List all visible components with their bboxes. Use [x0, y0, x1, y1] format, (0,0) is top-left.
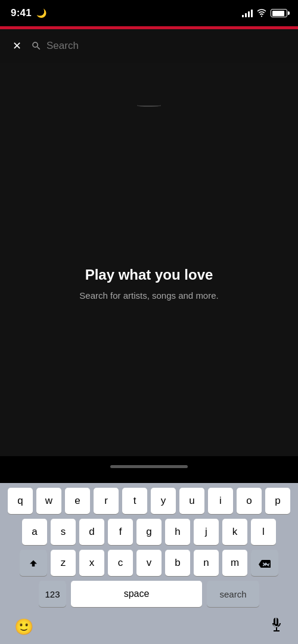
space-label: space	[124, 589, 150, 599]
key-h[interactable]: h	[165, 519, 190, 545]
status-icons	[242, 9, 287, 17]
play-title: Play what you love	[85, 267, 213, 283]
home-bar	[110, 465, 188, 468]
key-a[interactable]: a	[22, 519, 47, 545]
keyboard-row-1: q w e r t y u i o p	[2, 488, 296, 514]
search-key[interactable]: search	[207, 581, 259, 607]
key-k[interactable]: k	[222, 519, 247, 545]
key-z[interactable]: z	[51, 550, 76, 576]
key-j[interactable]: j	[194, 519, 219, 545]
backspace-key[interactable]	[251, 550, 278, 576]
signal-bars-icon	[242, 9, 253, 17]
key-c[interactable]: c	[108, 550, 133, 576]
key-b[interactable]: b	[165, 550, 190, 576]
search-input-wrapper[interactable]	[31, 40, 288, 52]
key-r[interactable]: r	[94, 488, 119, 514]
key-y[interactable]: y	[151, 488, 176, 514]
main-content: Play what you love Search for artists, s…	[0, 110, 298, 456]
moon-icon: 🌙	[36, 8, 46, 18]
search-icon	[31, 41, 42, 51]
keyboard-row-2: a s d f g h j k l	[2, 519, 296, 545]
key-g[interactable]: g	[136, 519, 162, 545]
key-q[interactable]: q	[8, 488, 33, 514]
key-f[interactable]: f	[108, 519, 133, 545]
key-e[interactable]: e	[65, 488, 90, 514]
num-key[interactable]: 123	[39, 581, 66, 607]
space-key[interactable]: space	[71, 581, 202, 607]
key-w[interactable]: w	[36, 488, 61, 514]
keyboard-row-bottom: 123 space search	[2, 581, 296, 607]
key-s[interactable]: s	[51, 519, 76, 545]
key-n[interactable]: n	[194, 550, 219, 576]
status-bar: 9:41 🌙	[0, 0, 298, 26]
close-button[interactable]: ✕	[10, 39, 24, 53]
search-label: search	[219, 589, 246, 599]
status-time: 9:41	[11, 7, 32, 19]
play-subtitle: Search for artists, songs and more.	[79, 290, 218, 301]
microphone-icon[interactable]	[268, 617, 284, 636]
key-u[interactable]: u	[179, 488, 204, 514]
emoji-button[interactable]: 🙂	[14, 618, 33, 636]
key-m[interactable]: m	[222, 550, 247, 576]
battery-icon	[271, 9, 287, 17]
keyboard-row-3: z x c v b n m	[2, 550, 296, 576]
home-indicator	[0, 456, 298, 476]
key-l[interactable]: l	[251, 519, 276, 545]
loading-area	[0, 63, 298, 110]
key-x[interactable]: x	[79, 550, 104, 576]
key-d[interactable]: d	[79, 519, 104, 545]
wifi-icon	[256, 9, 267, 17]
loading-spinner	[137, 104, 161, 107]
key-t[interactable]: t	[122, 488, 147, 514]
shift-key[interactable]	[20, 550, 47, 576]
key-p[interactable]: p	[265, 488, 290, 514]
search-input[interactable]	[46, 40, 288, 52]
num-label: 123	[45, 589, 60, 599]
key-o[interactable]: o	[237, 488, 262, 514]
key-i[interactable]: i	[208, 488, 233, 514]
keyboard-bottom-bar: 🙂	[2, 612, 296, 644]
key-v[interactable]: v	[136, 550, 162, 576]
keyboard: q w e r t y u i o p a s d f g h j k l z …	[0, 483, 298, 644]
search-bar: ✕	[0, 29, 298, 63]
